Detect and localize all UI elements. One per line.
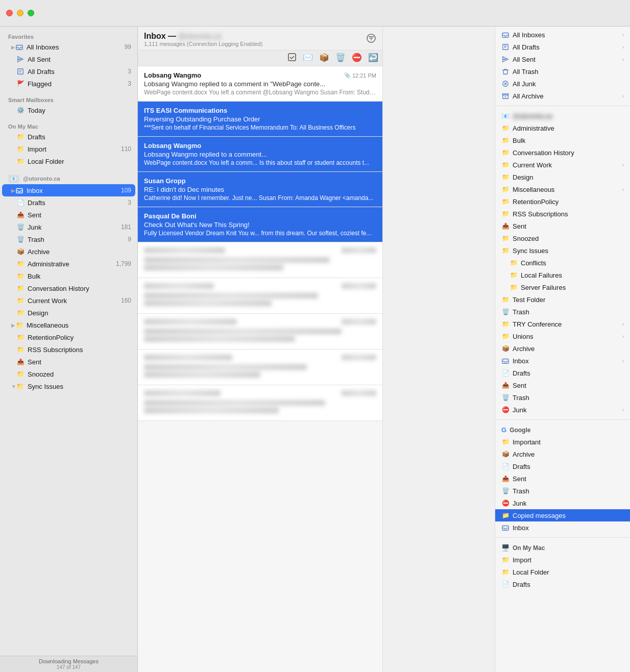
folder-item-local-failures[interactable]: 📁 Local Failures (495, 269, 630, 281)
sidebar-label: Flagged (28, 80, 126, 88)
sidebar-count: 99 (125, 43, 131, 51)
folder-item-copied-messages[interactable]: 📁 Copied messages (495, 509, 630, 521)
filter-icon[interactable] (366, 33, 376, 46)
message-item[interactable] (138, 350, 382, 385)
envelope-icon[interactable]: ✉️ (303, 53, 313, 64)
folder-item-inbox[interactable]: Inbox › (495, 355, 630, 367)
folder-item-all-inboxes[interactable]: All Inboxes › (495, 29, 630, 41)
sidebar-item-rss[interactable]: 📁 RSS Subscriptions (2, 343, 135, 356)
account-email: @utoronto.ca (513, 113, 552, 120)
folder-icon: 📁 (501, 556, 510, 564)
folder-item-archive[interactable]: 📦 Archive (495, 342, 630, 355)
folder-item-server-failures[interactable]: 📁 Server Failures (495, 281, 630, 293)
folder-item-snoozed[interactable]: 📁 Snoozed (495, 232, 630, 244)
message-item[interactable]: Pasqual De Boni Check Out What's New Thi… (138, 207, 382, 242)
sidebar-item-junk[interactable]: 🗑️ Junk 181 (2, 221, 135, 233)
message-item[interactable] (138, 314, 382, 350)
message-item[interactable] (138, 242, 382, 278)
sidebar-item-import[interactable]: 📁 Import 110 (2, 143, 135, 155)
sidebar-item-snoozed[interactable]: 📁 Snoozed (2, 368, 135, 380)
sidebar-item-archive[interactable]: 📦 Archive (2, 245, 135, 258)
sidebar-item-drafts[interactable]: 📄 Drafts 3 (2, 196, 135, 209)
folder-label: Unions (513, 333, 622, 340)
sidebar-section-account: 📧 @utoronto.ca (0, 171, 137, 184)
sidebar-item-local-folder[interactable]: 📁 Local Folder (2, 155, 135, 167)
sidebar-item-today[interactable]: ⚙️ Today (2, 104, 135, 116)
message-item[interactable]: Susan Gropp RE: I didn't do Dec minutes … (138, 172, 382, 207)
folder-item-junk-g[interactable]: ⛔ Junk (495, 497, 630, 509)
sidebar-item-current-work[interactable]: 📁 Current Work 160 (2, 294, 135, 307)
folder-item-all-trash[interactable]: All Trash (495, 65, 630, 78)
folder-item-conversation-history[interactable]: 📁 Conversation History (495, 146, 630, 159)
junk-toolbar-icon[interactable]: ⛔ (352, 53, 362, 64)
folder-item-sent-g[interactable]: 📤 Sent (495, 472, 630, 485)
minimize-button[interactable] (17, 10, 23, 16)
folder-item-drafts2[interactable]: 📄 Drafts (495, 367, 630, 379)
folder-item-sync-issues[interactable]: 📁 Sync Issues (495, 244, 630, 257)
archive-toolbar-icon[interactable]: 📦 (319, 53, 329, 64)
message-preview: Catherine did! Now I remember. Just ne..… (144, 194, 376, 202)
message-item[interactable] (138, 385, 382, 421)
sidebar-item-bulk[interactable]: 📁 Bulk (2, 270, 135, 282)
sidebar-item-design[interactable]: 📁 Design (2, 307, 135, 319)
folder-item-trash[interactable]: 🗑️ Trash (495, 306, 630, 318)
folder-item-important[interactable]: 📁 Important (495, 436, 630, 448)
sidebar-item-inbox[interactable]: ▶ Inbox 109 (2, 184, 135, 196)
folder-item-all-junk[interactable]: All Junk (495, 78, 630, 90)
folder-item-import-mac[interactable]: 📁 Import (495, 554, 630, 566)
folder-item-inbox-g[interactable]: Inbox (495, 521, 630, 534)
folder-item-all-sent[interactable]: All Sent › (495, 53, 630, 65)
sidebar-item-all-sent[interactable]: All Sent (2, 53, 135, 65)
sidebar-item-sent[interactable]: 📤 Sent (2, 209, 135, 221)
folder-label: Local Failures (521, 271, 624, 279)
sidebar-item-conversation-history[interactable]: 📁 Conversation History (2, 282, 135, 294)
folder-item-miscellaneous[interactable]: 📁 Miscellaneous › (495, 183, 630, 195)
folder-item-archive-g[interactable]: 📦 Archive (495, 448, 630, 460)
message-item[interactable]: Lobsang Wangmo 📎 12:21 PM Lobsang Wangmo… (138, 66, 382, 102)
folder-item-sent2[interactable]: 📤 Sent (495, 379, 630, 391)
sidebar-item-all-drafts[interactable]: All Drafts 3 (2, 65, 135, 78)
folder-item-rss[interactable]: 📁 RSS Subscriptions (495, 208, 630, 220)
folder-item-all-archive[interactable]: All Archive › (495, 90, 630, 102)
message-sender: Lobsang Wangmo (144, 71, 201, 79)
sidebar-item-sent2[interactable]: 📤 Sent (2, 356, 135, 368)
sidebar-item-miscellaneous[interactable]: ▶ 📁 Miscellaneous (2, 319, 135, 331)
message-item[interactable] (138, 278, 382, 314)
folder-item-sent[interactable]: 📤 Sent (495, 220, 630, 232)
close-button[interactable] (6, 10, 13, 16)
folder-item-local-folder-mac[interactable]: 📁 Local Folder (495, 566, 630, 578)
folder-item-design[interactable]: 📁 Design (495, 171, 630, 183)
folder-item-junk[interactable]: ⛔ Junk › (495, 404, 630, 416)
sidebar-item-all-inboxes[interactable]: ▶ All Inboxes 99 (2, 41, 135, 53)
folder-icon: 📁 (16, 345, 25, 354)
trash-toolbar-icon[interactable]: 🗑️ (335, 53, 346, 64)
folder-item-bulk[interactable]: 📁 Bulk (495, 134, 630, 146)
folder-item-retention[interactable]: 📁 RetentionPolicy (495, 195, 630, 208)
folder-item-current-work[interactable]: 📁 Current Work › (495, 159, 630, 171)
message-item[interactable]: ITS EASI Communications Reversing Outsta… (138, 102, 382, 137)
compose-icon[interactable] (287, 53, 297, 64)
folder-item-conflicts[interactable]: 📁 Conflicts (495, 257, 630, 269)
maximize-button[interactable] (28, 10, 34, 16)
message-item[interactable]: Lobsang Wangmo Lobsang Wangmo replied to… (138, 137, 382, 172)
folder-item-unions[interactable]: 📁 Unions › (495, 330, 630, 342)
reply-toolbar-icon[interactable]: ↩️ (368, 53, 378, 64)
folder-panel: All Inboxes › All Drafts › All Sent › (495, 27, 630, 672)
folder-item-drafts-g[interactable]: 📄 Drafts (495, 460, 630, 472)
sidebar-item-drafts-mac[interactable]: 📁 Drafts (2, 131, 135, 143)
sidebar-item-administrative[interactable]: 📁 Administrative 1,799 (2, 258, 135, 270)
folder-item-trash2[interactable]: 🗑️ Trash (495, 391, 630, 404)
folder-item-all-drafts[interactable]: All Drafts › (495, 41, 630, 53)
sidebar-item-sync-issues[interactable]: ▼ 📁 Sync Issues (2, 380, 135, 392)
folder-item-drafts-mac[interactable]: 📄 Drafts (495, 578, 630, 590)
sent-icon (501, 55, 510, 63)
folder-item-try-conference[interactable]: 📁 TRY Conference › (495, 318, 630, 330)
sidebar-item-flagged[interactable]: 🚩 Flagged 3 (2, 78, 135, 90)
sidebar-item-trash[interactable]: 🗑️ Trash 9 (2, 233, 135, 245)
drafts-icon: 📄 (501, 462, 510, 470)
sidebar-item-retention[interactable]: 📁 RetentionPolicy (2, 331, 135, 343)
folder-label: Archive (513, 345, 624, 353)
folder-item-administrative[interactable]: 📁 Administrative (495, 122, 630, 134)
folder-item-test-folder[interactable]: 📁 Test Folder (495, 293, 630, 306)
folder-item-trash-g[interactable]: 🗑️ Trash (495, 485, 630, 497)
